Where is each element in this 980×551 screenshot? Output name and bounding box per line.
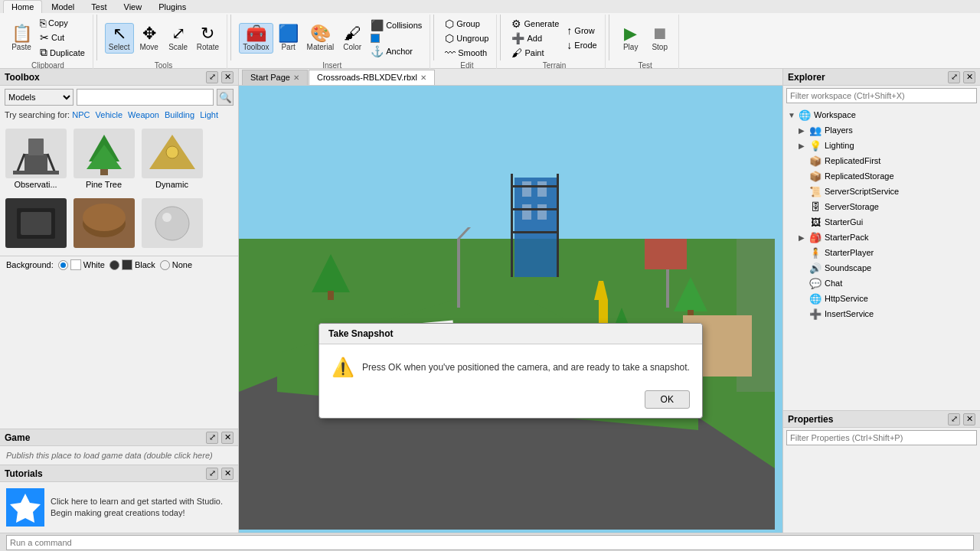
command-input[interactable]: [6, 535, 974, 550]
tree-soundscape[interactable]: 🔊 Soundscape: [795, 260, 978, 276]
tree-replicated-storage[interactable]: 📦 ReplicatedStorage: [795, 168, 978, 184]
grow-button[interactable]: ↑ Grow: [564, 24, 599, 37]
insert-label: InsertService: [825, 309, 874, 318]
add-terrain-button[interactable]: ➕ Add: [508, 31, 562, 45]
duplicate-label: Duplicate: [50, 48, 85, 57]
tree-starter-player[interactable]: 🧍 StarterPlayer: [795, 245, 978, 260]
insert-icon: ➕: [809, 308, 822, 320]
sphere-thumb: [142, 198, 203, 248]
move-label: Move: [139, 43, 158, 51]
item-dark-box[interactable]: [3, 195, 68, 253]
game-content[interactable]: Publish this place to load game data (do…: [0, 446, 238, 465]
watchtower-label: Observati...: [14, 180, 57, 189]
play-button[interactable]: ▶ Play: [617, 24, 645, 53]
part-button[interactable]: 🟦 Part: [275, 24, 302, 53]
anchor-button[interactable]: ⚓ Anchor: [368, 44, 425, 58]
group-button[interactable]: ⬡ Group: [442, 17, 492, 31]
paint-button[interactable]: 🖌 Paint: [508, 46, 562, 60]
part-label: Part: [281, 43, 295, 51]
tree-chat[interactable]: 💬 Chat: [795, 276, 978, 291]
play-label: Play: [623, 43, 638, 51]
properties-close-btn[interactable]: ✕: [963, 413, 975, 425]
copy-button[interactable]: ⎘ Copy: [37, 16, 88, 30]
generate-button[interactable]: ⚙ Generate: [508, 17, 562, 31]
tab-view[interactable]: View: [116, 1, 150, 13]
toolbox-button[interactable]: 🧰 Toolbox: [239, 23, 273, 54]
tutorials-icon[interactable]: [6, 488, 44, 527]
tab-crossroads[interactable]: Crossroads-RBLXDEV.rbxl ✕: [309, 70, 435, 85]
cut-button[interactable]: ✂ Cut: [37, 31, 88, 44]
tree-insert[interactable]: ➕ InsertService: [795, 306, 978, 321]
tree-server-storage[interactable]: 🗄 ServerStorage: [795, 199, 978, 214]
ungroup-button[interactable]: ⬡ Ungroup: [442, 31, 492, 45]
smooth-button[interactable]: 〰 Smooth: [442, 46, 492, 60]
tab-model[interactable]: Model: [44, 1, 82, 13]
move-button[interactable]: ✥ Move: [136, 24, 163, 53]
item-pinetree[interactable]: Pine Tree: [71, 126, 136, 192]
tab-plugins[interactable]: Plugins: [151, 1, 194, 13]
tree-http[interactable]: 🌐 HttpService: [795, 291, 978, 306]
search-input[interactable]: [77, 89, 214, 106]
dialog-ok-button[interactable]: OK: [645, 390, 690, 409]
tree-players[interactable]: ▶ 👥 Players: [795, 122, 978, 138]
tab-test[interactable]: Test: [83, 1, 114, 13]
explorer-search-input[interactable]: [786, 88, 977, 103]
toolbox-expand-btn[interactable]: ⤢: [206, 71, 218, 83]
link-weapon[interactable]: Weapon: [128, 110, 159, 119]
properties-search-input[interactable]: [786, 430, 977, 445]
bg-white-option[interactable]: White: [58, 259, 105, 270]
item-log[interactable]: [71, 195, 136, 253]
link-vehicle[interactable]: Vehicle: [96, 110, 122, 119]
viewport-canvas[interactable]: Take Snapshot ⚠️ Press OK when you've po…: [239, 86, 782, 533]
clipboard-items: 📋 Paste ⎘ Copy ✂ Cut ⧉ Duplicate: [8, 16, 88, 60]
erode-button[interactable]: ↓ Erode: [564, 38, 599, 52]
game-close-btn[interactable]: ✕: [221, 432, 234, 444]
rotate-icon: ↻: [201, 25, 214, 42]
scale-button[interactable]: ⤢ Scale: [165, 24, 192, 53]
starterplayer-label: StarterPlayer: [825, 248, 874, 257]
tutorials-close-btn[interactable]: ✕: [221, 468, 234, 480]
duplicate-button[interactable]: ⧉ Duplicate: [37, 45, 88, 60]
properties-search-bar: [783, 428, 980, 448]
explorer-close-btn[interactable]: ✕: [963, 71, 975, 83]
bg-black-option[interactable]: Black: [109, 259, 155, 270]
collisions-button[interactable]: ⬛ Collisions: [368, 18, 425, 32]
item-dynamic[interactable]: Dynamic: [139, 126, 204, 192]
item-watchtower[interactable]: Observati...: [3, 126, 68, 192]
link-light[interactable]: Light: [200, 110, 218, 119]
item-sphere[interactable]: [139, 195, 204, 253]
link-building[interactable]: Building: [165, 110, 194, 119]
toolbox-close-btn[interactable]: ✕: [221, 71, 234, 83]
ungroup-label: Ungroup: [456, 34, 488, 43]
model-dropdown[interactable]: Models: [5, 89, 74, 106]
link-npc[interactable]: NPC: [72, 110, 90, 119]
crossroads-close[interactable]: ✕: [420, 73, 426, 82]
tree-starter-gui[interactable]: 🖼 StarterGui: [795, 214, 978, 230]
explorer-expand-btn[interactable]: ⤢: [948, 71, 960, 83]
tutorials-expand-btn[interactable]: ⤢: [206, 468, 218, 480]
paste-label: Paste: [11, 43, 31, 51]
select-button[interactable]: ↖ Select: [105, 23, 134, 54]
game-expand-btn[interactable]: ⤢: [206, 432, 218, 444]
scale-label: Scale: [168, 43, 188, 51]
dynamic-thumb: [142, 129, 203, 178]
tree-server-script[interactable]: 📜 ServerScriptService: [795, 184, 978, 199]
rotate-button[interactable]: ↻ Rotate: [194, 24, 222, 53]
tree-lighting[interactable]: ▶ 💡 Lighting: [795, 138, 978, 153]
tab-home[interactable]: Home: [3, 0, 42, 13]
stop-button[interactable]: ⏹ Stop: [646, 24, 674, 53]
tab-start-page[interactable]: Start Page ✕: [242, 70, 308, 85]
join-checkbox[interactable]: [368, 33, 425, 44]
start-page-close[interactable]: ✕: [293, 73, 299, 82]
material-button[interactable]: 🎨 Material: [304, 24, 338, 53]
right-panel: Explorer ⤢ ✕ ▼ 🌐 Workspace ▶ 👥: [782, 69, 980, 533]
move-icon: ✥: [142, 25, 156, 42]
color-button[interactable]: 🖌 Color: [338, 24, 366, 53]
tree-starter-pack[interactable]: ▶ 🎒 StarterPack: [795, 230, 978, 245]
paste-button[interactable]: 📋 Paste: [8, 24, 35, 53]
tree-replicated-first[interactable]: 📦 ReplicatedFirst: [795, 153, 978, 168]
bg-none-option[interactable]: None: [160, 260, 192, 270]
tree-workspace[interactable]: ▼ 🌐 Workspace: [785, 107, 978, 122]
properties-expand-btn[interactable]: ⤢: [948, 413, 960, 425]
search-button[interactable]: 🔍: [217, 89, 234, 106]
